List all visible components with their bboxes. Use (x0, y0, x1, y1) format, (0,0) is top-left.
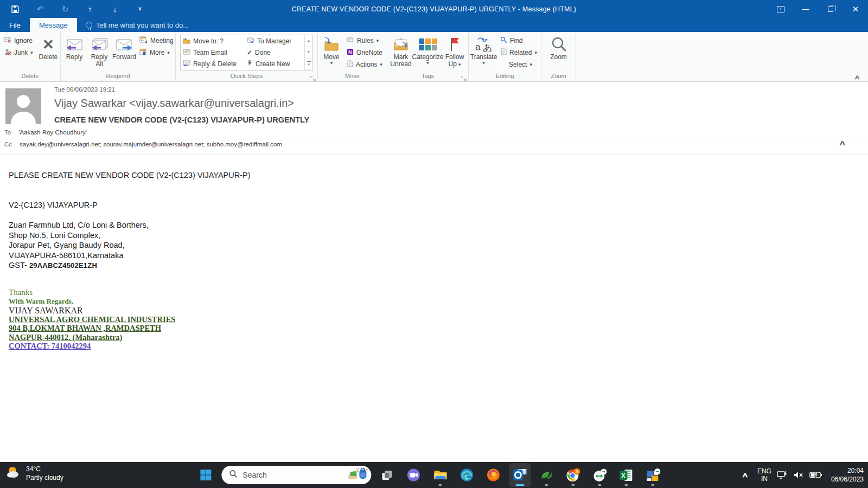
leaf-app-button[interactable] (535, 463, 557, 487)
battery-charging-icon[interactable] (809, 471, 822, 479)
quick-step-move-to[interactable]: Move to: ? (183, 36, 241, 47)
follow-up-caret-icon: ▾ (458, 62, 461, 67)
file-explorer-button[interactable] (429, 463, 451, 487)
team-email-icon (183, 49, 190, 56)
quick-step-to-manager[interactable]: To Manager (247, 36, 301, 47)
save-icon[interactable] (7, 2, 24, 16)
remote-access-button[interactable] (589, 463, 610, 487)
body-address-line: Shop No.5, Loni Complex, (9, 230, 868, 241)
avatar (5, 88, 41, 126)
outlook-button-active[interactable] (509, 463, 531, 487)
running-indicator (624, 484, 628, 486)
ribbon-group-zoom: Zoom Zoom (541, 32, 576, 81)
start-button[interactable] (195, 463, 216, 487)
clock[interactable]: 20:04 06/06/2023 (828, 466, 864, 484)
actions-button[interactable]: Actions ▾ (344, 59, 385, 70)
volume-muted-icon[interactable] (793, 471, 804, 479)
tell-me-label: Tell me what you want to do... (96, 21, 189, 29)
quick-steps-more-icon[interactable]: ▾ (305, 59, 312, 70)
search-placeholder: Search (242, 471, 341, 479)
mark-unread-button[interactable]: Mark Unread (389, 34, 413, 68)
close-icon[interactable]: ✕ (843, 0, 868, 18)
delete-button[interactable]: ✕ Delete (36, 34, 60, 61)
onenote-button[interactable]: N OneNote (344, 47, 385, 59)
quick-step-team-email[interactable]: Team Email (183, 47, 241, 58)
related-button[interactable]: Related ▾ (498, 47, 539, 59)
network-icon[interactable] (777, 470, 788, 480)
weather-widget[interactable]: 34°C Partly cloudy (5, 465, 63, 482)
more-respond-caret-icon: ▾ (167, 50, 170, 55)
restore-icon[interactable] (818, 0, 843, 18)
next-item-icon[interactable]: ↓ (106, 2, 124, 16)
edge-button[interactable] (456, 463, 477, 487)
reply-all-button[interactable]: Reply All (87, 34, 111, 68)
excel-button[interactable]: X (615, 463, 637, 487)
running-indicator (651, 484, 654, 486)
more-respond-button[interactable]: More ▾ (137, 47, 176, 59)
message-from[interactable]: Vijay Sawarkar <vijay.sawarkar@universal… (54, 97, 294, 110)
previous-item-icon[interactable]: ↑ (81, 2, 99, 16)
quick-step-reply-delete[interactable]: Reply & Delete (183, 59, 241, 69)
quick-steps-dialog-launcher-icon[interactable] (310, 74, 316, 80)
minimize-icon[interactable]: — (793, 0, 818, 18)
tags-dialog-launcher-icon[interactable] (461, 74, 467, 80)
gst-number: 29AABCZ4502E1ZH (29, 261, 97, 269)
message-header: Tue 06/06/2023 19:21 Vijay Sawarkar <vij… (0, 82, 868, 155)
find-button[interactable]: Find (498, 35, 539, 47)
junk-button[interactable]: Junk ▾ (2, 47, 35, 59)
quick-step-done[interactable]: ✓ Done (247, 47, 301, 58)
reply-icon (66, 35, 83, 54)
reply-all-icon (90, 35, 108, 54)
hidden-icons-chevron[interactable]: ∧ (735, 471, 755, 479)
meeting-icon (139, 36, 148, 45)
body-address-line: Zuari Farmhub Ltd, C/o Loni & Borthers, (9, 220, 868, 230)
ignore-button[interactable]: ✕ Ignore (2, 35, 35, 47)
chat-teams-button[interactable] (403, 463, 424, 487)
rules-caret-icon: ▾ (376, 38, 379, 43)
tell-me-box[interactable]: Tell me what you want to do... (86, 18, 189, 32)
signature-company: UNIVERSAL AGRO CHEMICAL INDUSTRIES (9, 315, 868, 324)
forward-button[interactable]: Forward (112, 34, 136, 61)
taskbar: 34°C Partly cloudy Search (0, 462, 868, 488)
chrome-button[interactable]: A (562, 463, 584, 487)
collapse-ribbon-icon[interactable]: ∧ (854, 74, 860, 81)
group-label-editing: Editing (469, 72, 541, 81)
group-label-respond: Respond (61, 72, 175, 81)
search-icon (229, 470, 238, 480)
search-box[interactable]: Search (221, 466, 371, 484)
group-label-quick-steps: Quick Steps (176, 72, 317, 81)
signature-contact-link[interactable]: CONTACT: 7410042294 (9, 342, 868, 351)
customize-qat-icon[interactable]: ▾ (131, 2, 149, 16)
widgets-app-button[interactable] (642, 463, 663, 487)
task-view-button[interactable] (376, 463, 398, 487)
running-indicator (598, 484, 601, 486)
to-recipient[interactable]: 'Aakash Roy Choudhury' (18, 129, 87, 136)
active-indicator (515, 484, 524, 486)
to-manager-icon (247, 37, 254, 45)
undo-icon[interactable]: ↶ (31, 2, 49, 16)
meeting-button[interactable]: Meeting (137, 35, 176, 47)
quick-steps-scroll-down-icon[interactable]: ▾ (305, 47, 312, 58)
cc-recipients[interactable]: sayak.dey@universalagri.net; sourav.maju… (20, 141, 282, 147)
collapse-header-icon[interactable]: ∧ (839, 139, 847, 147)
reply-button[interactable]: Reply (62, 34, 86, 61)
tab-message[interactable]: Message (30, 18, 77, 32)
redo-icon[interactable]: ↻ (56, 2, 74, 16)
language-indicator[interactable]: ENG IN (757, 467, 771, 483)
follow-up-button[interactable]: Follow Up▾ (443, 34, 467, 68)
rules-button[interactable]: Rules ▾ (344, 35, 385, 47)
quick-step-create-new[interactable]: Create New (247, 59, 301, 69)
tab-file[interactable]: File (0, 18, 30, 32)
ignore-icon: ✕ (4, 37, 11, 45)
move-button[interactable]: Move ▾ (320, 34, 343, 65)
translate-button[interactable]: aあ Translate ▾ (470, 34, 497, 65)
quick-steps-scroll-up-icon[interactable]: ▴ (305, 35, 312, 47)
zoom-button[interactable]: Zoom (547, 34, 571, 61)
firefox-button[interactable] (482, 463, 504, 487)
tray-time: 20:04 (847, 466, 864, 475)
signature-thanks: Thanks (9, 287, 868, 297)
select-button[interactable]: Select ▾ (498, 59, 539, 70)
categorize-button[interactable]: Categorize ▾ (414, 34, 442, 65)
ribbon-display-options-icon[interactable]: ↑ (768, 0, 793, 18)
move-folder-icon (323, 35, 340, 54)
